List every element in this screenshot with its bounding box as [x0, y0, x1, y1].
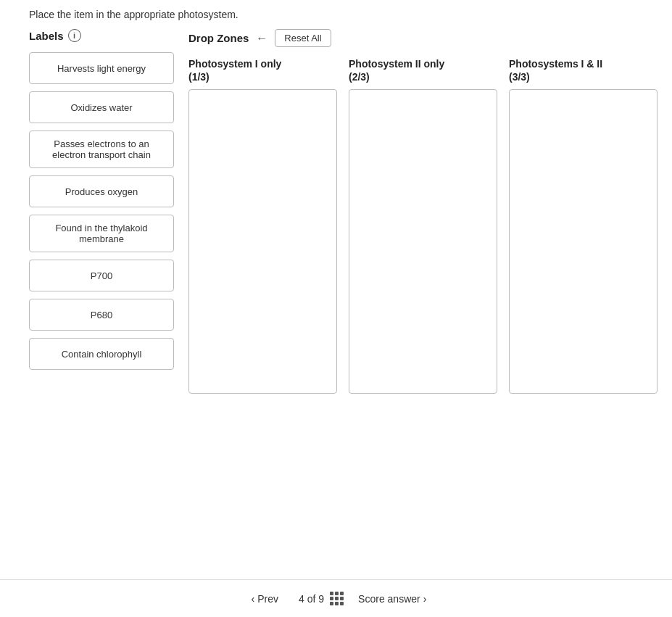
prev-chevron-icon: ‹	[252, 593, 255, 605]
label-item-p700[interactable]: P700	[29, 260, 174, 291]
dropzone-col-2: Photosystem II only (2/3)	[349, 57, 497, 394]
grid-dot	[330, 597, 333, 600]
next-chevron-icon: ›	[423, 593, 427, 605]
page-indicator: 4 of 9	[299, 592, 344, 605]
labels-title: Labels	[29, 30, 64, 42]
grid-dot	[335, 592, 339, 595]
prev-button[interactable]: ‹ Prev	[246, 590, 284, 608]
dropzone-box-3[interactable]	[509, 89, 658, 394]
grid-dot	[340, 597, 344, 600]
dropzone-label-1: Photosystem I only (1/3)	[188, 57, 337, 83]
labels-column: Labels i Harvests light energy Oxidizes …	[29, 29, 174, 394]
score-answer-button[interactable]: Score answer ›	[358, 593, 426, 605]
grid-dot	[330, 592, 333, 595]
score-answer-label: Score answer	[358, 593, 420, 605]
dropzone-label-2: Photosystem II only (2/3)	[349, 57, 497, 83]
dropzones-columns: Photosystem I only (1/3) Photosystem II …	[188, 57, 658, 394]
page-container: Place the item in the appropriate photos…	[0, 0, 672, 617]
grid-dot	[335, 597, 339, 600]
label-item-oxidizes-water[interactable]: Oxidizes water	[29, 91, 174, 123]
prev-label: Prev	[257, 593, 278, 605]
labels-header: Labels i	[29, 29, 174, 42]
reset-all-button[interactable]: Reset All	[275, 29, 331, 47]
back-arrow-icon[interactable]: ←	[256, 32, 267, 45]
info-icon[interactable]: i	[68, 29, 81, 42]
label-item-passes-electrons[interactable]: Passes electrons to an electron transpor…	[29, 131, 174, 168]
dropzone-box-2[interactable]	[349, 89, 497, 394]
grid-dot	[335, 602, 339, 605]
main-area: Labels i Harvests light energy Oxidizes …	[29, 29, 658, 394]
dropzones-area: Drop Zones ← Reset All Photosystem I onl…	[174, 29, 658, 394]
label-item-p680[interactable]: P680	[29, 299, 174, 331]
dropzones-header: Drop Zones ← Reset All	[188, 29, 658, 47]
dropzone-label-3: Photosystems I & II (3/3)	[509, 57, 658, 83]
dropzones-title: Drop Zones	[188, 32, 249, 44]
dropzone-col-1: Photosystem I only (1/3)	[188, 57, 337, 394]
grid-dot	[340, 592, 344, 595]
label-item-produces-oxygen[interactable]: Produces oxygen	[29, 175, 174, 207]
label-item-harvests-light[interactable]: Harvests light energy	[29, 52, 174, 84]
grid-icon[interactable]	[330, 592, 344, 605]
dropzone-box-1[interactable]	[188, 89, 337, 394]
instruction-text: Place the item in the appropriate photos…	[29, 9, 658, 20]
footer-nav: ‹ Prev 4 of 9 Score answer ›	[0, 579, 672, 617]
dropzone-col-3: Photosystems I & II (3/3)	[509, 57, 658, 394]
label-item-contain-chlorophyll[interactable]: Contain chlorophyll	[29, 338, 174, 370]
page-text: 4 of 9	[299, 593, 324, 605]
grid-dot	[340, 602, 344, 605]
grid-dot	[330, 602, 333, 605]
label-item-found-thylakoid[interactable]: Found in the thylakoid membrane	[29, 215, 174, 252]
